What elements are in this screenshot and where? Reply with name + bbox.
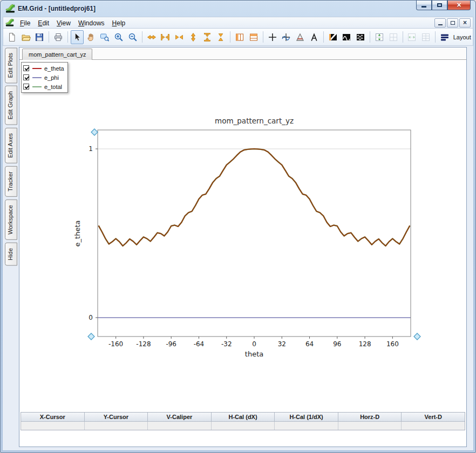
x-tick-label: 128: [359, 340, 371, 348]
layout-expand-cols-button[interactable]: [406, 30, 419, 44]
document-tab[interactable]: mom_pattern_cart_yz: [22, 49, 92, 60]
main-toolbar: Layout: [3, 29, 473, 46]
status-col-vert-d: Vert-D: [402, 413, 465, 422]
expand-y-button[interactable]: [187, 30, 200, 44]
status-table: X-CursorY-CursorV-CaliperH-Cal (dX)H-Cal…: [21, 412, 465, 430]
text-annotation-button[interactable]: [308, 30, 321, 44]
sidebar-tab-workspace[interactable]: Workspace: [5, 200, 17, 240]
legend-row-e-total[interactable]: e_total: [23, 82, 64, 91]
x-tick-label: 96: [333, 340, 341, 348]
pan-hand-icon: [86, 32, 96, 42]
x-tick-label: 32: [278, 340, 286, 348]
zoom-window-button[interactable]: [99, 30, 112, 44]
close-button[interactable]: ×: [447, 0, 471, 10]
menu-item-view[interactable]: View: [53, 18, 74, 28]
layout-stack-button[interactable]: [438, 30, 451, 44]
sidebar-tab-edit-axes[interactable]: Edit Axes: [5, 128, 17, 163]
legend-checkbox-e-total[interactable]: [23, 84, 29, 90]
document-tab-bar: mom_pattern_cart_yz: [19, 47, 466, 60]
toolbar-separator: [49, 31, 49, 43]
print-button[interactable]: [52, 30, 65, 44]
status-col-horz-d: Horz-D: [338, 413, 402, 422]
mdi-minimize-icon: [438, 24, 443, 25]
legend-line-sample: [32, 68, 42, 69]
series-e-total: [99, 149, 410, 246]
zoom-in-button[interactable]: [112, 30, 125, 44]
x-tick-label: 160: [386, 340, 399, 348]
menu-item-windows[interactable]: Windows: [74, 18, 108, 28]
mdi-close-icon: ×: [463, 19, 467, 27]
print-icon: [53, 32, 63, 42]
new-button[interactable]: [5, 30, 18, 44]
chart-canvas[interactable]: -160-128-96-64-32032649612816001 mom_pat…: [19, 60, 465, 394]
legend-checkbox-e-theta[interactable]: [23, 65, 29, 71]
select-cursor-button[interactable]: [71, 30, 84, 44]
status-col-h-cal-dx-: H-Cal (dX): [212, 413, 275, 422]
legend-row-e-theta[interactable]: e_theta: [23, 64, 64, 73]
expand-x-button[interactable]: [145, 30, 158, 44]
compress-x-icon: [174, 32, 184, 42]
legend-checkbox-e-phi[interactable]: [23, 74, 29, 80]
sidebar-tab-hide[interactable]: Hide: [5, 243, 17, 266]
fit-height-button[interactable]: [201, 30, 214, 44]
sidebar-tab-edit-graph[interactable]: Edit Graph: [5, 86, 17, 125]
menu-item-help[interactable]: Help: [108, 18, 130, 28]
legend-row-e-phi[interactable]: e_phi: [23, 73, 64, 82]
status-col-h-cal-1-dx-: H-Cal (1/dX): [275, 413, 338, 422]
axis-handle-bottom-right[interactable]: [414, 333, 420, 340]
save-button[interactable]: [33, 30, 46, 44]
status-value-4: [275, 422, 338, 430]
app-window: EM.Grid - [untitledproj61] × FileEditVie…: [0, 0, 476, 453]
workspace-body: Edit PlotsEdit GraphEdit AxesTrackerWork…: [3, 46, 473, 450]
minimize-button[interactable]: [416, 0, 432, 10]
sidebar-tab-tracker[interactable]: Tracker: [5, 166, 17, 197]
open-button[interactable]: [19, 30, 32, 44]
mdi-minimize-button[interactable]: [434, 18, 446, 28]
fit-width-button[interactable]: [159, 30, 172, 44]
fit-width-icon: [160, 32, 170, 42]
compress-y-button[interactable]: [215, 30, 228, 44]
x-tick-label: -32: [221, 340, 232, 348]
zoom-window-icon: [100, 32, 110, 42]
pan-hand-button[interactable]: [85, 30, 98, 44]
title-bar[interactable]: EM.Grid - [untitledproj61] ×: [1, 1, 475, 17]
mdi-close-button[interactable]: ×: [459, 18, 471, 28]
status-value-5: [338, 422, 402, 430]
sidebar-tab-edit-plots[interactable]: Edit Plots: [5, 47, 17, 83]
menu-item-file[interactable]: File: [16, 18, 34, 28]
colormap-icon: [328, 32, 338, 42]
waveform-multi-icon: [356, 32, 365, 42]
compress-x-button[interactable]: [173, 30, 186, 44]
x-tick-label: -128: [136, 340, 151, 348]
waveform-single-button[interactable]: [341, 30, 353, 44]
x-tick-label: 64: [305, 340, 314, 348]
colormap-button[interactable]: [327, 30, 339, 44]
status-value-6: [402, 422, 465, 430]
split-columns-icon: [235, 32, 244, 42]
tracker-button[interactable]: [280, 30, 293, 44]
waveform-multi-button[interactable]: [354, 30, 367, 44]
axis-handle-top-left[interactable]: [91, 129, 98, 135]
plot-workspace: mom_pattern_cart_yz e_thetae_phie_total …: [19, 47, 467, 447]
crosshair-button[interactable]: [266, 30, 279, 44]
chart-title: mom_pattern_cart_yz: [215, 116, 294, 125]
split-rows-button[interactable]: [247, 30, 260, 44]
zoom-out-icon: [128, 32, 138, 42]
layout-expand-rows-button[interactable]: [373, 30, 386, 44]
mdi-restore-button[interactable]: [447, 18, 458, 28]
zoom-out-button[interactable]: [126, 30, 139, 44]
document-logo-icon: [5, 18, 14, 27]
close-icon: ×: [457, 1, 461, 10]
layout-table-button[interactable]: [419, 30, 432, 44]
maximize-button[interactable]: [432, 0, 447, 10]
legend-line-sample: [32, 77, 42, 78]
axis-handle-bottom-left[interactable]: [88, 333, 94, 340]
select-cursor-icon: [72, 32, 82, 42]
layout-grid-button[interactable]: [387, 30, 400, 44]
menu-item-edit[interactable]: Edit: [34, 18, 53, 28]
split-columns-button[interactable]: [233, 30, 246, 44]
layout-table-icon: [421, 32, 431, 42]
layout-stack-icon: [440, 32, 450, 42]
maximize-icon: [437, 3, 442, 7]
caliper-button[interactable]: [294, 30, 307, 44]
